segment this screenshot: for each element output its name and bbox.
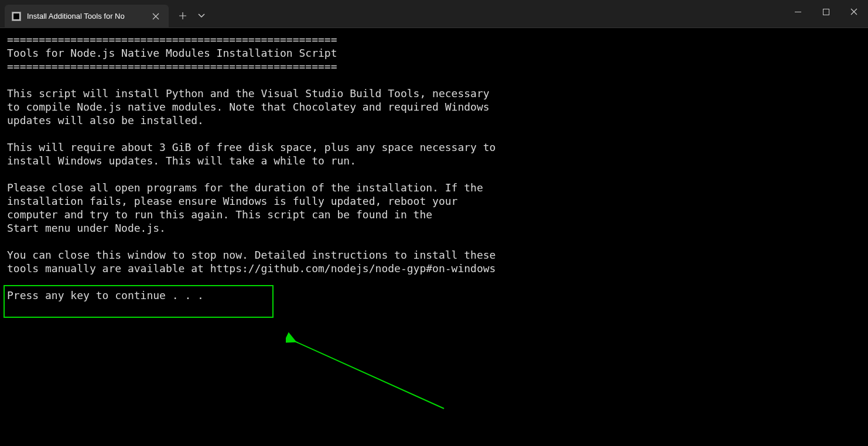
tab-active[interactable]: Install Additional Tools for No (5, 5, 169, 28)
tab-title: Install Additional Tools for No (27, 12, 144, 20)
terminal-content[interactable]: ========================================… (0, 28, 868, 446)
terminal-paragraph-2: This will require about 3 GiB of free di… (7, 141, 495, 167)
close-window-button[interactable] (840, 0, 868, 23)
close-icon (850, 8, 857, 15)
terminal-divider-top: ========================================… (7, 33, 337, 46)
chevron-down-icon (198, 13, 205, 18)
terminal-divider-bottom: ========================================… (7, 60, 337, 73)
window-controls (784, 0, 868, 28)
plus-icon (179, 12, 187, 20)
maximize-icon (823, 9, 829, 15)
terminal-paragraph-3: Please close all open programs for the d… (7, 181, 483, 234)
minimize-button[interactable] (784, 0, 812, 23)
tab-dropdown-button[interactable] (192, 6, 211, 25)
tab-close-button[interactable] (150, 11, 162, 22)
titlebar: Install Additional Tools for No (0, 0, 868, 28)
maximize-button[interactable] (812, 0, 840, 23)
terminal-paragraph-4: You can close this window to stop now. D… (7, 249, 495, 275)
titlebar-left: Install Additional Tools for No (0, 0, 211, 28)
terminal-prompt: Press any key to continue . . . (7, 289, 204, 301)
minimize-icon (795, 12, 801, 12)
terminal-title-line: Tools for Node.js Native Modules Install… (7, 47, 337, 59)
close-icon (152, 13, 159, 20)
terminal-paragraph-1: This script will install Python and the … (7, 87, 490, 126)
new-tab-button[interactable] (173, 6, 192, 25)
terminal-icon (12, 12, 21, 21)
